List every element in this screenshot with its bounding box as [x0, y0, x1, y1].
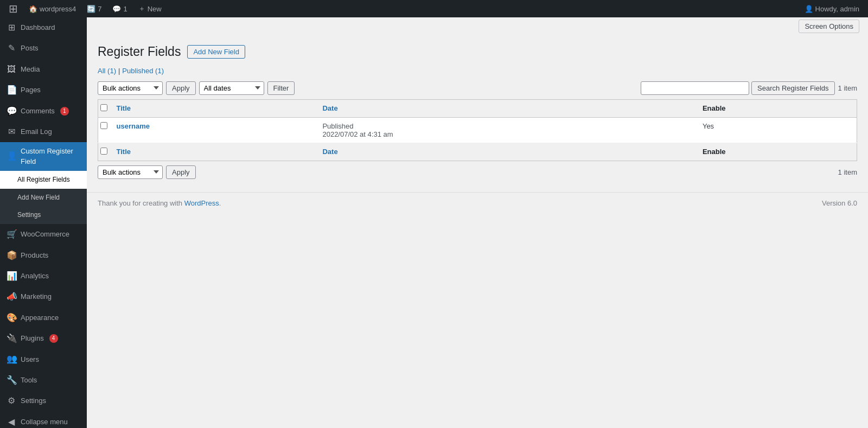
- sidebar-item-settings[interactable]: ⚙ Settings: [0, 391, 87, 411]
- avatar: 👤: [805, 5, 813, 13]
- dashboard-icon: ⊞: [7, 22, 16, 34]
- collapse-icon: ◀: [7, 416, 16, 428]
- screen-options-bar: Screen Options: [87, 17, 868, 35]
- sidebar-subitem-all-register-fields[interactable]: All Register Fields: [0, 171, 87, 189]
- media-icon: 🖼: [7, 63, 16, 75]
- pages-icon: 📄: [7, 84, 16, 96]
- new-item[interactable]: ＋ New: [134, 0, 166, 17]
- marketing-icon: 📣: [7, 291, 16, 303]
- tools-icon: 🔧: [7, 374, 16, 386]
- tablenav-bottom-right: 1 item: [838, 168, 857, 176]
- table-footer-row: Title Date Enable: [98, 143, 857, 161]
- search-register-fields-button[interactable]: Search Register Fields: [751, 81, 835, 95]
- submenu-item-label: Settings: [17, 210, 41, 220]
- filter-links: All (1) | Published (1): [98, 67, 857, 75]
- header-enable-col: Enable: [697, 99, 857, 117]
- main-content: Screen Options Register Fields Add New F…: [87, 17, 868, 428]
- table-row: username Published 2022/07/02 at 4:31 am…: [98, 117, 857, 143]
- header-checkbox-col: [98, 99, 111, 117]
- apply-top-button[interactable]: Apply: [166, 81, 196, 95]
- wp-logo-item[interactable]: ⊞: [4, 0, 22, 17]
- item-count-top: 1 item: [838, 84, 857, 92]
- footer-date-col: Date: [317, 143, 697, 161]
- sidebar-item-dashboard[interactable]: ⊞ Dashboard: [0, 17, 87, 38]
- sidebar-subitem-settings[interactable]: Settings: [0, 206, 87, 224]
- sidebar-item-custom-register-field[interactable]: 👤 Custom Register Field: [0, 142, 87, 170]
- sidebar-item-label: Analytics: [21, 271, 49, 281]
- item-count-bottom: 1 item: [838, 168, 857, 176]
- sidebar-item-plugins[interactable]: 🔌 Plugins 4: [0, 328, 87, 349]
- products-icon: 📦: [7, 250, 16, 261]
- wordpress-link[interactable]: WordPress: [184, 199, 219, 207]
- updates-item[interactable]: 🔄 7: [82, 0, 106, 17]
- header-title-col: Title: [111, 99, 317, 117]
- comments-icon: 💬: [112, 5, 121, 13]
- date-status: Published: [322, 122, 353, 130]
- comments-count: 1: [123, 5, 127, 13]
- collapse-label: Collapse menu: [21, 417, 68, 427]
- sort-title-link-bottom[interactable]: Title: [117, 148, 131, 156]
- home-icon: 🏠: [29, 5, 37, 13]
- filter-button[interactable]: Filter: [267, 81, 295, 95]
- sidebar-subitem-add-new-field[interactable]: Add New Field: [0, 189, 87, 207]
- sidebar-item-woocommerce[interactable]: 🛒 WooCommerce: [0, 224, 87, 245]
- sidebar-item-label: Users: [21, 355, 39, 365]
- sidebar-item-analytics[interactable]: 📊 Analytics: [0, 266, 87, 286]
- search-register-fields-input[interactable]: [641, 81, 749, 95]
- bulk-actions-top-select[interactable]: Bulk actions: [98, 81, 163, 95]
- sidebar-menu: ⊞ Dashboard ✎ Posts 🖼 Media 📄 Pages 💬 Co…: [0, 17, 87, 428]
- enable-value: Yes: [703, 122, 714, 130]
- footer-enable-col: Enable: [697, 143, 857, 161]
- all-dates-select[interactable]: All dates: [199, 81, 264, 95]
- header-date-col: Date: [317, 99, 697, 117]
- screen-options-button[interactable]: Screen Options: [799, 20, 859, 33]
- add-new-field-button[interactable]: Add New Field: [187, 45, 245, 59]
- version-text: Version 6.0: [822, 199, 857, 207]
- sort-date-link[interactable]: Date: [322, 104, 337, 112]
- sidebar-item-posts[interactable]: ✎ Posts: [0, 38, 87, 59]
- sidebar-item-label: Media: [21, 65, 40, 74]
- sort-title-link[interactable]: Title: [117, 104, 131, 112]
- sort-date-link-bottom[interactable]: Date: [322, 148, 337, 156]
- site-name-item[interactable]: 🏠 wordpress4: [24, 0, 80, 17]
- filter-all: All (1): [98, 67, 116, 75]
- sidebar-item-marketing[interactable]: 📣 Marketing: [0, 286, 87, 307]
- filter-all-link[interactable]: All (1): [98, 67, 116, 75]
- appearance-icon: 🎨: [7, 312, 16, 324]
- table-header-row: Title Date Enable: [98, 99, 857, 117]
- users-icon: 👥: [7, 353, 16, 365]
- bulk-actions-bottom-select[interactable]: Bulk actions: [98, 165, 163, 179]
- sidebar-item-comments[interactable]: 💬 Comments 1: [0, 101, 87, 122]
- page-title: Register Fields: [98, 44, 181, 60]
- row-checkbox[interactable]: [100, 122, 107, 129]
- sidebar-item-label: Appearance: [21, 313, 59, 323]
- select-all-checkbox-bottom[interactable]: [100, 148, 107, 155]
- submenu-item-label: Add New Field: [17, 193, 60, 202]
- field-title-link[interactable]: username: [117, 122, 150, 130]
- filter-separator: |: [118, 67, 120, 75]
- comments-item[interactable]: 💬 1: [108, 0, 131, 17]
- tablenav-bottom: Bulk actions Apply 1 item: [98, 165, 857, 179]
- sidebar-item-label: Dashboard: [21, 23, 55, 33]
- tablenav-top-right: Search Register Fields 1 item: [641, 81, 857, 95]
- filter-published-link[interactable]: Published (1): [122, 67, 164, 75]
- sidebar-item-appearance[interactable]: 🎨 Appearance: [0, 308, 87, 328]
- sidebar-item-products[interactable]: 📦 Products: [0, 245, 87, 266]
- sidebar-item-users[interactable]: 👥 Users: [0, 349, 87, 369]
- wp-footer: Thank you for creating with WordPress. V…: [87, 192, 868, 214]
- howdy-item[interactable]: 👤 Howdy, admin: [800, 0, 864, 17]
- sidebar-item-pages[interactable]: 📄 Pages: [0, 80, 87, 100]
- plus-icon: ＋: [138, 4, 145, 14]
- admin-bar: ⊞ 🏠 wordpress4 🔄 7 💬 1 ＋ New 👤 Howdy, ad…: [0, 0, 868, 17]
- howdy-text: Howdy, admin: [815, 5, 859, 13]
- apply-bottom-button[interactable]: Apply: [166, 165, 196, 179]
- sidebar-item-email-log[interactable]: ✉ Email Log: [0, 122, 87, 142]
- sidebar-item-label: Posts: [21, 43, 39, 53]
- row-enable-col: Yes: [697, 117, 857, 143]
- sidebar-item-tools[interactable]: 🔧 Tools: [0, 370, 87, 391]
- sidebar-collapse-btn[interactable]: ◀ Collapse menu: [0, 412, 87, 428]
- sidebar-item-label: Comments: [21, 106, 55, 116]
- sidebar-item-media[interactable]: 🖼 Media: [0, 59, 87, 80]
- select-all-checkbox-top[interactable]: [100, 104, 107, 111]
- submenu-item-label: All Register Fields: [17, 175, 70, 184]
